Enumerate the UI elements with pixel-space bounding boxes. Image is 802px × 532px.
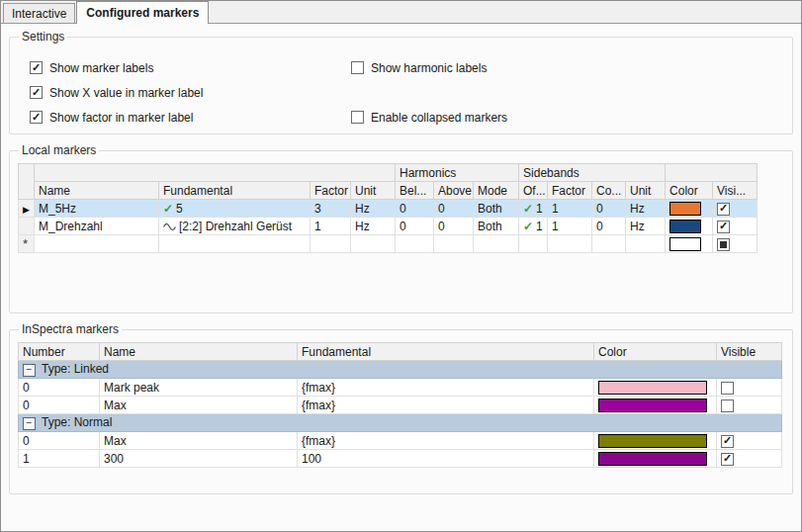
cell-number[interactable]: 0: [19, 379, 100, 397]
cell-visible[interactable]: [713, 235, 757, 253]
checkbox-box-icon[interactable]: [30, 86, 43, 99]
tab-interactive[interactable]: Interactive: [3, 3, 75, 23]
checkbox-enable-collapsed-markers[interactable]: Enable collapsed markers: [351, 111, 784, 125]
color-swatch[interactable]: [669, 220, 701, 233]
cell-unit[interactable]: Hz: [351, 218, 396, 235]
cell-count[interactable]: 0: [592, 200, 626, 218]
column-header-fundamental[interactable]: Fundamental: [159, 182, 311, 200]
table-row-max-normal[interactable]: 0 Max {fmax}: [19, 432, 782, 450]
column-header-above[interactable]: Above: [434, 182, 474, 200]
visible-checkbox[interactable]: [717, 238, 730, 251]
cell-color[interactable]: [666, 218, 713, 235]
cell-color[interactable]: [594, 379, 717, 397]
checkbox-box-icon[interactable]: [30, 61, 43, 74]
column-header-visible[interactable]: Visi...: [713, 182, 757, 200]
cell-name[interactable]: Max: [100, 397, 298, 414]
column-header-mode[interactable]: Mode: [474, 182, 519, 200]
visible-checkbox[interactable]: [717, 203, 730, 216]
color-swatch[interactable]: [598, 381, 707, 395]
table-row-mark-peak[interactable]: 0 Mark peak {fmax}: [19, 379, 782, 397]
column-header-sb-factor[interactable]: Factor: [548, 182, 592, 200]
cell-sb-unit[interactable]: Hz: [626, 218, 666, 235]
cell-below[interactable]: 0: [396, 218, 434, 235]
cell-fundamental[interactable]: 100: [298, 450, 594, 468]
row-selector-cell[interactable]: ▶: [19, 200, 35, 218]
cell-count[interactable]: 0: [592, 218, 626, 235]
column-header-visible[interactable]: Visible: [717, 343, 782, 361]
cell-visible[interactable]: [717, 432, 782, 450]
cell-visible[interactable]: [717, 450, 782, 468]
checkbox-box-icon[interactable]: [30, 111, 43, 124]
column-header-name[interactable]: Name: [100, 343, 298, 361]
cell-below[interactable]: [396, 235, 434, 253]
row-selector-cell[interactable]: [19, 218, 35, 235]
cell-fundamental[interactable]: [159, 235, 311, 253]
column-header-color[interactable]: Color: [666, 182, 713, 200]
cell-sb-unit[interactable]: [626, 235, 666, 253]
column-header-name[interactable]: Name: [35, 182, 159, 200]
cell-name[interactable]: [35, 235, 159, 253]
cell-fundamental[interactable]: {fmax}: [298, 379, 594, 397]
column-header-unit[interactable]: Unit: [351, 182, 396, 200]
color-swatch[interactable]: [598, 399, 707, 412]
tab-configured-markers[interactable]: Configured markers: [76, 1, 209, 24]
cell-color[interactable]: [666, 200, 713, 218]
column-header-below[interactable]: Bel...: [396, 182, 434, 200]
cell-factor[interactable]: 3: [311, 200, 351, 218]
cell-fundamental[interactable]: [2:2] Drehzahl Gerüst: [159, 218, 311, 235]
checkbox-show-harmonic-labels[interactable]: Show harmonic labels: [351, 61, 784, 75]
cell-number[interactable]: 0: [19, 432, 100, 450]
column-header-count[interactable]: Co...: [592, 182, 626, 200]
cell-mode[interactable]: Both: [474, 218, 519, 235]
cell-unit[interactable]: [351, 235, 396, 253]
cell-above[interactable]: 0: [434, 218, 474, 235]
cell-count[interactable]: [592, 235, 626, 253]
cell-mode[interactable]: Both: [474, 200, 519, 218]
visible-checkbox[interactable]: [717, 221, 730, 233]
cell-number[interactable]: 1: [19, 450, 100, 468]
table-row-300[interactable]: 1 300 100: [19, 450, 782, 468]
cell-below[interactable]: 0: [396, 200, 434, 218]
cell-factor[interactable]: [311, 235, 351, 253]
cell-fundamental[interactable]: {fmax}: [298, 397, 594, 414]
cell-unit[interactable]: Hz: [351, 200, 396, 218]
cell-sb-factor[interactable]: 1: [548, 218, 592, 235]
column-header-factor[interactable]: Factor: [311, 182, 351, 200]
cell-visible[interactable]: [713, 218, 757, 235]
table-row-max-linked[interactable]: 0 Max {fmax}: [19, 397, 782, 414]
cell-visible[interactable]: [713, 200, 757, 218]
new-row-selector-cell[interactable]: *: [19, 235, 35, 253]
checkbox-show-factor[interactable]: Show factor in marker label: [30, 111, 351, 125]
checkbox-box-icon[interactable]: [351, 61, 364, 74]
collapse-icon[interactable]: −: [23, 417, 36, 430]
cell-fundamental[interactable]: {fmax}: [298, 432, 594, 450]
cell-fundamental[interactable]: ✓5: [159, 200, 311, 218]
checkbox-show-marker-labels[interactable]: Show marker labels: [30, 61, 351, 75]
cell-name[interactable]: M_Drehzahl: [35, 218, 159, 235]
column-header-number[interactable]: Number: [19, 343, 100, 361]
color-swatch[interactable]: [598, 452, 707, 466]
cell-number[interactable]: 0: [19, 397, 100, 414]
cell-sb-factor[interactable]: 1: [548, 200, 592, 218]
visible-checkbox[interactable]: [721, 399, 734, 412]
cell-name[interactable]: M_5Hz: [35, 200, 159, 218]
visible-checkbox[interactable]: [721, 453, 734, 466]
visible-checkbox[interactable]: [721, 435, 734, 448]
cell-sb-unit[interactable]: Hz: [626, 200, 666, 218]
cell-name[interactable]: 300: [100, 450, 298, 468]
collapse-icon[interactable]: −: [23, 364, 36, 377]
cell-visible[interactable]: [717, 397, 782, 414]
table-row-new[interactable]: *: [19, 235, 757, 253]
cell-mode[interactable]: [474, 235, 519, 253]
column-header-color[interactable]: Color: [594, 343, 717, 361]
cell-offset[interactable]: [519, 235, 548, 253]
cell-above[interactable]: 0: [434, 200, 474, 218]
column-header-sb-unit[interactable]: Unit: [626, 182, 666, 200]
checkbox-show-x-value[interactable]: Show X value in marker label: [30, 86, 351, 100]
cell-above[interactable]: [434, 235, 474, 253]
cell-color[interactable]: [666, 235, 713, 253]
column-header-offset[interactable]: Of...: [519, 182, 548, 200]
table-row-m5hz[interactable]: ▶ M_5Hz ✓5 3 Hz 0 0 Both ✓1 1 0 Hz: [19, 200, 757, 218]
cell-name[interactable]: Mark peak: [100, 379, 298, 397]
checkbox-box-icon[interactable]: [351, 111, 364, 124]
